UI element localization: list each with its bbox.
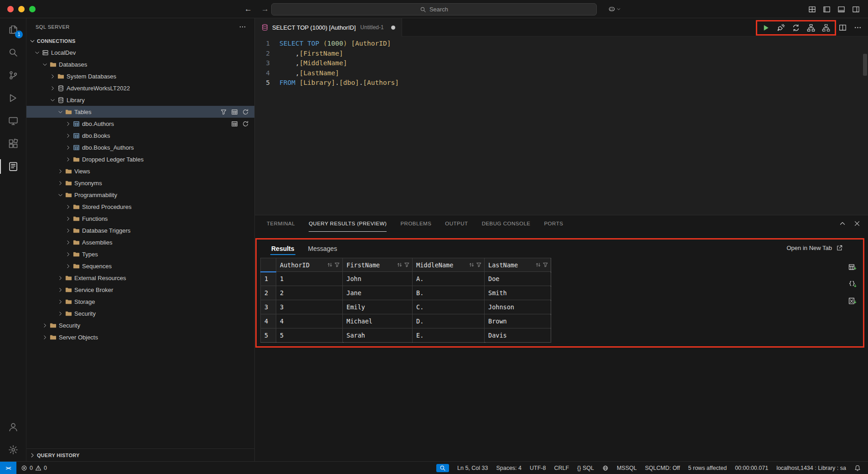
grid-cell[interactable]: B.	[413, 286, 485, 300]
grid-cell[interactable]: Smith	[485, 286, 551, 300]
activity-settings[interactable]	[0, 438, 26, 461]
statusbar-cursor-position[interactable]: Ln 5, Col 33	[457, 465, 488, 471]
panel-tab-ports[interactable]: PORTS	[544, 215, 563, 232]
chevron-down-icon[interactable]	[41, 62, 49, 68]
maximize-window-button[interactable]	[29, 6, 36, 12]
filter-icon[interactable]	[476, 262, 482, 268]
sort-icon[interactable]	[535, 262, 541, 268]
go-forward-icon[interactable]: →	[261, 5, 269, 14]
connections-section-header[interactable]: CONNECTIONS	[26, 36, 254, 47]
more-actions-icon[interactable]	[854, 24, 862, 31]
tree-item-system-databases[interactable]: System Databases	[26, 70, 254, 82]
unsaved-changes-dot[interactable]	[391, 26, 395, 30]
save-as-excel-icon[interactable]	[848, 297, 857, 305]
toggle-primary-sidebar-icon[interactable]	[823, 5, 831, 13]
row-number-cell[interactable]: 2	[261, 286, 276, 300]
disconnect-icon[interactable]	[777, 24, 785, 32]
column-header-middlename[interactable]: MiddleName	[413, 258, 485, 272]
open-in-new-tab-button[interactable]: Open in New Tab	[787, 245, 843, 251]
grid-cell[interactable]: A.	[413, 272, 485, 286]
chevron-down-icon[interactable]	[56, 109, 64, 115]
tree-item-tables[interactable]: Tables	[26, 106, 254, 118]
statusbar-connection-status[interactable]: localhost,1434 : Library : sa	[776, 465, 846, 471]
panel-tab-terminal[interactable]: TERMINAL	[267, 215, 295, 232]
grid-cell[interactable]: E.	[413, 328, 485, 343]
statusbar-notifications[interactable]	[854, 465, 861, 471]
statusbar-rows-affected[interactable]: 5 rows affected	[688, 465, 727, 471]
panel-tab-output[interactable]: OUTPUT	[445, 215, 468, 232]
minimize-window-button[interactable]	[18, 6, 25, 12]
grid-cell[interactable]: C.	[413, 300, 485, 314]
grid-cell[interactable]: Johnson	[485, 300, 551, 314]
activity-accounts[interactable]	[0, 416, 26, 438]
code-line[interactable]: 1SELECT TOP (1000) [AuthorID]	[255, 39, 868, 49]
grid-cell[interactable]: Doe	[485, 272, 551, 286]
maximize-panel-icon[interactable]	[839, 220, 846, 227]
grid-cell[interactable]: Brown	[485, 314, 551, 328]
estimated-plan-icon[interactable]	[807, 24, 815, 32]
filter-icon[interactable]	[542, 262, 548, 268]
row-number-cell[interactable]: 5	[261, 328, 276, 343]
tree-item-library[interactable]: Library	[26, 94, 254, 106]
row-number-cell[interactable]: 3	[261, 300, 276, 314]
grid-row[interactable]: 22JaneB.Smith	[261, 286, 551, 300]
copilot-menu[interactable]	[608, 0, 621, 18]
chevron-down-icon[interactable]	[56, 192, 64, 198]
table-grid-icon[interactable]	[231, 120, 238, 127]
remote-indicator[interactable]: ><	[0, 462, 16, 474]
tree-item-server-objects[interactable]: Server Objects	[26, 331, 254, 343]
table-grid-icon[interactable]	[231, 109, 238, 115]
more-actions-icon[interactable]	[239, 23, 246, 31]
grid-cell[interactable]: D.	[413, 314, 485, 328]
results-grid[interactable]: AuthorIDFirstNameMiddleNameLastName11Joh…	[260, 258, 551, 343]
select-all-corner[interactable]	[261, 258, 276, 272]
statusbar-connection-provider[interactable]: MSSQL	[617, 465, 637, 471]
statusbar-indentation[interactable]: Spaces: 4	[496, 465, 522, 471]
code-line[interactable]: 3 ,[MiddleName]	[255, 58, 868, 68]
grid-cell[interactable]: John	[343, 272, 413, 286]
grid-cell[interactable]: 4	[276, 314, 343, 328]
refresh-icon[interactable]	[242, 120, 249, 127]
tree-item-adventureworkslt2022[interactable]: AdventureWorksLT2022	[26, 82, 254, 94]
chevron-right-icon[interactable]	[56, 311, 64, 317]
grid-cell[interactable]: Michael	[343, 314, 413, 328]
grid-cell[interactable]: Jane	[343, 286, 413, 300]
refresh-icon[interactable]	[242, 109, 249, 115]
grid-row[interactable]: 11JohnA.Doe	[261, 272, 551, 286]
tree-item-dbo-books-authors[interactable]: dbo.Books_Authors	[26, 141, 254, 153]
toggle-secondary-sidebar-icon[interactable]	[852, 5, 860, 13]
grid-cell[interactable]: Sarah	[343, 328, 413, 343]
tree-item-storage[interactable]: Storage	[26, 296, 254, 307]
chevron-right-icon[interactable]	[48, 85, 57, 91]
tree-item-stored-procedures[interactable]: Stored Procedures	[26, 201, 254, 213]
chevron-right-icon[interactable]	[64, 204, 72, 210]
tree-item-dbo-authors[interactable]: dbo.Authors	[26, 118, 254, 130]
sort-icon[interactable]	[327, 262, 333, 268]
editor-pane[interactable]: 1SELECT TOP (1000) [AuthorID]2 ,[FirstNa…	[255, 36, 868, 215]
tree-item-security[interactable]: Security	[26, 319, 254, 331]
chevron-right-icon[interactable]	[56, 299, 64, 305]
editor-tab[interactable]: SELECT TOP (1000) [AuthorID] Untitled-1	[255, 18, 402, 36]
grid-cell[interactable]: 1	[276, 272, 343, 286]
change-connection-icon[interactable]	[792, 24, 800, 32]
activity-extensions[interactable]	[0, 132, 26, 155]
close-window-button[interactable]	[7, 6, 14, 12]
tree-item-dropped-ledger-tables[interactable]: Dropped Ledger Tables	[26, 153, 254, 165]
grid-cell[interactable]: 2	[276, 286, 343, 300]
chevron-right-icon[interactable]	[56, 275, 64, 281]
filter-icon[interactable]	[334, 262, 340, 268]
tree-item-types[interactable]: Types	[26, 248, 254, 260]
column-header-authorid[interactable]: AuthorID	[276, 258, 343, 272]
statusbar-language-status[interactable]	[602, 465, 609, 471]
filter-icon[interactable]	[220, 109, 227, 115]
panel-tab-query-results-preview[interactable]: QUERY RESULTS (PREVIEW)	[309, 215, 387, 232]
split-editor-icon[interactable]	[839, 24, 847, 31]
column-header-lastname[interactable]: LastName	[485, 258, 551, 272]
tree-item-assemblies[interactable]: Assemblies	[26, 236, 254, 248]
chevron-right-icon[interactable]	[56, 168, 64, 174]
chevron-right-icon[interactable]	[64, 251, 72, 257]
activity-explorer[interactable]: 1	[0, 18, 26, 41]
activity-search[interactable]	[0, 41, 26, 64]
tree-item-localdev[interactable]: LocalDev	[26, 47, 254, 58]
tree-item-functions[interactable]: Functions	[26, 213, 254, 224]
